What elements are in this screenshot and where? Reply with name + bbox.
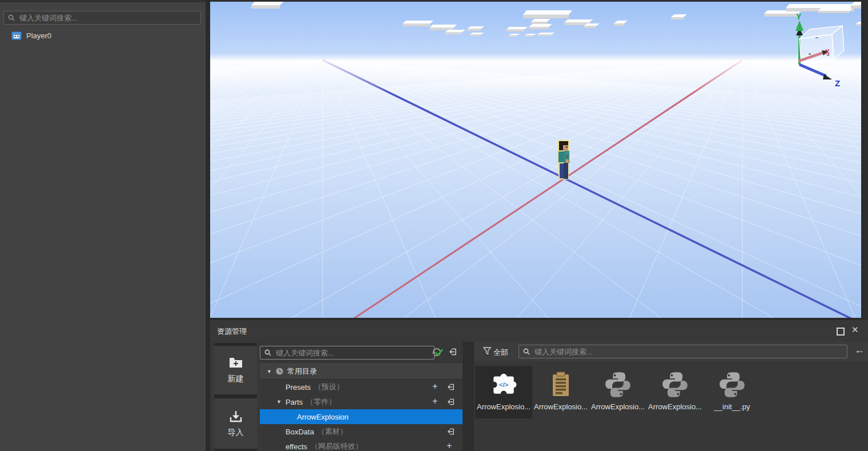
gizmo-z-axis xyxy=(799,65,826,76)
gizmo-z-arrowhead xyxy=(823,74,832,79)
filter-funnel-icon[interactable] xyxy=(483,347,491,355)
svg-text:</>: </> xyxy=(499,381,509,388)
gizmo-z-label: Z xyxy=(835,78,840,88)
tree-item-name: Parts xyxy=(286,398,303,406)
character-eye xyxy=(566,146,568,148)
files-panel: 全部 ← </> xyxy=(474,342,868,451)
files-search-box xyxy=(519,345,847,358)
tree-item-suffix: （零件） xyxy=(306,397,336,407)
viewport-3d[interactable]: Y X Z xyxy=(210,2,861,318)
filter-all-label[interactable]: 全部 xyxy=(493,348,508,358)
file-label: ArrowExplosio... xyxy=(477,402,531,411)
panel-title: 资源管理 xyxy=(217,326,247,337)
recent-clock-icon xyxy=(276,368,283,375)
scene-search-box xyxy=(3,11,201,25)
addon-puzzle-icon: </> xyxy=(490,371,517,398)
tree-item-name: BoxData xyxy=(286,428,314,436)
file-label: ArrowExplosio... xyxy=(648,402,702,411)
tree-item-effects[interactable]: effects （网易版特效） + xyxy=(260,439,463,451)
open-directory-icon[interactable] xyxy=(448,348,457,356)
maximize-icon[interactable] xyxy=(837,328,845,336)
gizmo-y-arrowhead xyxy=(795,21,803,31)
file-label: ArrowExplosio... xyxy=(534,402,588,411)
import-button-label: 导入 xyxy=(228,428,244,438)
character-face xyxy=(563,145,568,151)
gizmo-y-label: Y xyxy=(796,12,802,21)
viewport-scene xyxy=(210,2,861,318)
tree-search-input[interactable] xyxy=(275,348,430,358)
import-icon xyxy=(229,410,243,422)
add-icon[interactable]: + xyxy=(432,396,437,406)
tree-root-label: 常用目录 xyxy=(287,366,317,377)
add-icon[interactable]: + xyxy=(447,441,452,451)
search-icon xyxy=(8,14,15,21)
file-item-python-script[interactable]: ArrowExplosio... xyxy=(589,366,646,418)
new-button[interactable]: 新建 xyxy=(214,346,257,394)
caret-down-icon[interactable]: ▼ xyxy=(267,369,272,374)
tree-item-arrowexplosion-selected[interactable]: ArrowExplosion xyxy=(260,409,463,424)
axis-gizmo[interactable]: Y X Z xyxy=(781,12,861,92)
gizmo-x-label: X xyxy=(825,48,830,56)
scene-objects-panel: Player0 xyxy=(0,0,206,451)
tree-item-parts[interactable]: ▼ Parts （零件） + xyxy=(260,394,463,409)
new-folder-icon xyxy=(228,356,243,369)
file-grid: </> ArrowExplosio... xyxy=(475,366,761,418)
search-icon xyxy=(264,349,271,356)
tree-search-box xyxy=(260,346,435,360)
add-icon[interactable]: + xyxy=(432,381,437,392)
tree-item-name: ArrowExplosion xyxy=(297,413,348,421)
close-icon[interactable]: ✕ xyxy=(851,325,859,335)
tree-files-divider[interactable] xyxy=(463,342,474,451)
player-head-icon xyxy=(11,31,22,40)
caret-down-icon[interactable]: ▼ xyxy=(276,399,282,405)
panel-divider[interactable] xyxy=(206,0,210,451)
scene-search-input[interactable] xyxy=(18,13,196,23)
python-file-icon xyxy=(718,371,746,398)
files-header: 全部 ← xyxy=(474,342,868,361)
import-button[interactable]: 导入 xyxy=(214,398,257,449)
resource-manager-panel: 资源管理 ✕ 新建 导入 xyxy=(210,320,868,451)
directory-tree: ▼ 常用目录 Presets （预设） + ▼ xyxy=(260,364,463,451)
scene-object-label: Player0 xyxy=(26,31,51,40)
player-character[interactable] xyxy=(555,139,573,182)
tree-root-common-directories[interactable]: ▼ 常用目录 xyxy=(260,364,463,380)
search-icon xyxy=(523,348,530,355)
python-file-icon xyxy=(661,371,689,398)
sync-check-icon[interactable] xyxy=(431,346,444,358)
manifest-clipboard-icon xyxy=(548,371,573,398)
scene-object-player0[interactable]: Player0 xyxy=(0,29,217,42)
action-button-column: 新建 导入 xyxy=(214,343,257,451)
tree-item-name: Presets xyxy=(286,383,311,392)
back-arrow-icon[interactable]: ← xyxy=(854,344,865,356)
tree-item-boxdata[interactable]: BoxData （素材） xyxy=(260,424,463,439)
python-file-icon xyxy=(604,371,632,398)
files-search-input[interactable] xyxy=(533,347,843,357)
file-item-behavior-pack[interactable]: </> ArrowExplosio... xyxy=(475,366,532,418)
open-directory-icon[interactable] xyxy=(447,428,455,436)
tree-item-suffix: （素材） xyxy=(318,426,347,437)
tree-item-name: effects xyxy=(286,442,307,451)
open-directory-icon[interactable] xyxy=(447,383,455,391)
tree-item-presets[interactable]: Presets （预设） + xyxy=(260,380,463,394)
file-item-manifest[interactable]: ArrowExplosio... xyxy=(532,366,589,418)
file-label: __init__.py xyxy=(714,402,750,411)
file-label: ArrowExplosio... xyxy=(591,402,645,411)
tree-item-suffix: （网易版特效） xyxy=(311,441,363,451)
directory-tree-panel: ▼ 常用目录 Presets （预设） + ▼ xyxy=(260,342,463,451)
tree-item-suffix: （预设） xyxy=(314,382,344,392)
file-item-init-py[interactable]: __init__.py xyxy=(704,366,761,418)
file-item-python-script[interactable]: ArrowExplosio... xyxy=(646,366,704,418)
open-directory-icon[interactable] xyxy=(447,398,455,406)
new-button-label: 新建 xyxy=(228,374,244,384)
viewport-scrollbar[interactable] xyxy=(861,0,868,320)
